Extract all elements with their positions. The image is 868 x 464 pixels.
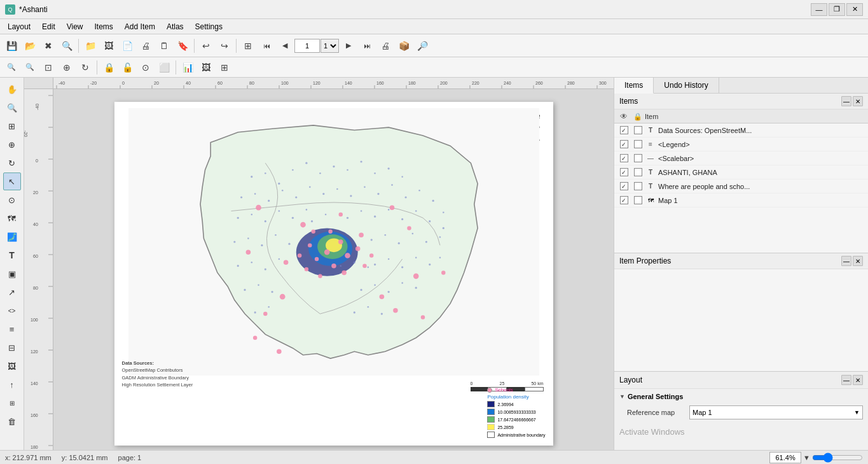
vis-check-6[interactable] <box>620 196 628 204</box>
export-svg-button[interactable]: 📄 <box>118 37 136 55</box>
zoom-custom-tool[interactable]: ⊕ <box>3 136 21 153</box>
print2-button[interactable]: 🖨 <box>376 37 394 55</box>
lock-check-2[interactable] <box>634 140 642 148</box>
menu-atlas[interactable]: Atlas <box>162 21 189 32</box>
refresh-view-button[interactable]: ↻ <box>76 59 94 76</box>
zoom-input[interactable] <box>769 452 801 463</box>
add-shape-tool[interactable]: ▣ <box>3 265 21 283</box>
menu-items[interactable]: Items <box>90 21 118 32</box>
search-button[interactable]: 🔍 <box>58 37 76 55</box>
table-button[interactable]: ⊞ <box>216 59 233 76</box>
lock-checkbox-2[interactable] <box>631 140 645 148</box>
add-table-tool[interactable]: ⊞ <box>3 394 21 412</box>
page-select[interactable]: 1 <box>320 39 339 53</box>
zoom-slider[interactable] <box>812 453 863 463</box>
lock-checkbox-1[interactable] <box>631 126 645 134</box>
select-tool[interactable]: ↖ <box>3 172 21 190</box>
eye-checkbox-3[interactable] <box>617 154 631 162</box>
bookmark-button[interactable]: 🔖 <box>174 37 191 55</box>
search2-button[interactable]: 🔎 <box>413 37 431 55</box>
unlock-button[interactable]: 🔓 <box>118 59 136 76</box>
lock-check-6[interactable] <box>634 196 642 204</box>
export-image-button[interactable]: 🖼 <box>100 37 118 55</box>
canvas-content[interactable]: Where are people and schools located? AS… <box>53 89 614 450</box>
add-3dmap-tool[interactable]: 🗾 <box>3 228 21 246</box>
layout-close-button[interactable]: ✕ <box>853 375 863 385</box>
atlas-export-button[interactable]: 📦 <box>395 37 413 55</box>
delete-tool[interactable]: 🗑 <box>3 412 21 430</box>
tab-undo-history[interactable]: Undo History <box>654 78 719 93</box>
open-button[interactable]: 📂 <box>21 37 39 55</box>
eye-checkbox-1[interactable] <box>617 126 631 134</box>
last-page-button[interactable]: ⏭ <box>358 37 376 55</box>
first-page-button[interactable]: ⏮ <box>258 37 275 55</box>
close-button[interactable]: ✕ <box>846 3 863 16</box>
vis-check-4[interactable] <box>620 168 628 176</box>
undo-button[interactable]: ↩ <box>197 37 215 55</box>
lock-checkbox-3[interactable] <box>631 154 645 162</box>
menu-settings[interactable]: Settings <box>190 21 228 32</box>
zoom-all-tool[interactable]: ⊞ <box>3 117 21 135</box>
minimize-button[interactable]: — <box>811 3 827 16</box>
close-layout-button[interactable]: ✖ <box>39 37 57 55</box>
vis-check-2[interactable] <box>620 140 628 148</box>
print-button[interactable]: 🖨 <box>137 37 155 55</box>
list-item[interactable]: T Data Sources: OpenStreetM... <box>614 123 868 137</box>
zoom-custom-button[interactable]: ⊕ <box>58 59 76 76</box>
items-collapse-button[interactable]: — <box>841 96 851 106</box>
vis-check-3[interactable] <box>620 154 628 162</box>
next-page-button[interactable]: ▶ <box>340 37 357 55</box>
new-layout-button[interactable]: 🗒 <box>155 37 173 55</box>
zoom-out-button[interactable]: 🔍 <box>21 59 39 76</box>
fit-page-button[interactable]: ⊞ <box>239 37 257 55</box>
zoom-layer-button[interactable]: ⊙ <box>137 59 155 76</box>
save-button[interactable]: 💾 <box>3 37 20 55</box>
list-item[interactable]: T ASHANTI, GHANA <box>614 165 868 179</box>
zoom-selection-button[interactable]: ⬜ <box>155 59 173 76</box>
prev-page-button[interactable]: ◀ <box>276 37 294 55</box>
list-item[interactable]: 🗺 Map 1 <box>614 193 868 207</box>
eye-checkbox-6[interactable] <box>617 196 631 204</box>
add-legend-tool[interactable]: ≡ <box>3 320 21 338</box>
maximize-button[interactable]: ❐ <box>829 3 845 16</box>
menu-add-item[interactable]: Add Item <box>120 21 160 32</box>
lock-check-5[interactable] <box>634 182 642 190</box>
vis-check-1[interactable] <box>620 126 628 134</box>
eye-checkbox-5[interactable] <box>617 182 631 190</box>
lock-checkbox-4[interactable] <box>631 168 645 176</box>
add-arrow-tool[interactable]: ↗ <box>3 283 21 301</box>
chart-button[interactable]: 📊 <box>179 59 196 76</box>
pan-tool[interactable]: ✋ <box>3 80 21 98</box>
add-html-tool[interactable]: <> <box>3 302 21 320</box>
node-edit-tool[interactable]: ⊙ <box>3 191 21 209</box>
lock-button[interactable]: 🔒 <box>100 59 118 76</box>
reference-map-select[interactable]: Map 1 ▼ <box>689 405 863 419</box>
zoom-in-button[interactable]: 🔍 <box>3 59 20 76</box>
folder-button[interactable]: 📁 <box>81 37 99 55</box>
lock-check-1[interactable] <box>634 126 642 134</box>
lock-checkbox-5[interactable] <box>631 182 645 190</box>
general-settings-toggle[interactable]: ▼ General Settings <box>619 393 863 400</box>
add-picture-tool[interactable]: 🖼 <box>3 357 21 375</box>
zoom-full-button[interactable]: ⊡ <box>39 59 57 76</box>
lock-check-3[interactable] <box>634 154 642 162</box>
eye-checkbox-2[interactable] <box>617 140 631 148</box>
list-item[interactable]: — <Scalebar> <box>614 151 868 165</box>
add-map-tool[interactable]: 🗺 <box>3 209 21 227</box>
lock-checkbox-6[interactable] <box>631 196 645 204</box>
tab-items[interactable]: Items <box>614 78 654 94</box>
items-close-button[interactable]: ✕ <box>853 96 863 106</box>
list-item[interactable]: ≡ <Legend> <box>614 137 868 151</box>
redo-button[interactable]: ↪ <box>216 37 233 55</box>
add-north-tool[interactable]: ↑ <box>3 376 21 393</box>
lock-check-4[interactable] <box>634 168 642 176</box>
eye-checkbox-4[interactable] <box>617 168 631 176</box>
refresh-tool[interactable]: ↻ <box>3 154 21 172</box>
canvas-area[interactable]: // ticks drawn via JS below -40 -20 0 20… <box>24 78 614 450</box>
vis-check-5[interactable] <box>620 182 628 190</box>
item-props-collapse-button[interactable]: — <box>841 256 851 266</box>
item-props-close-button[interactable]: ✕ <box>853 256 863 266</box>
menu-edit[interactable]: Edit <box>37 21 60 32</box>
menu-layout[interactable]: Layout <box>3 21 36 32</box>
image-export-button[interactable]: 🖼 <box>197 59 215 76</box>
